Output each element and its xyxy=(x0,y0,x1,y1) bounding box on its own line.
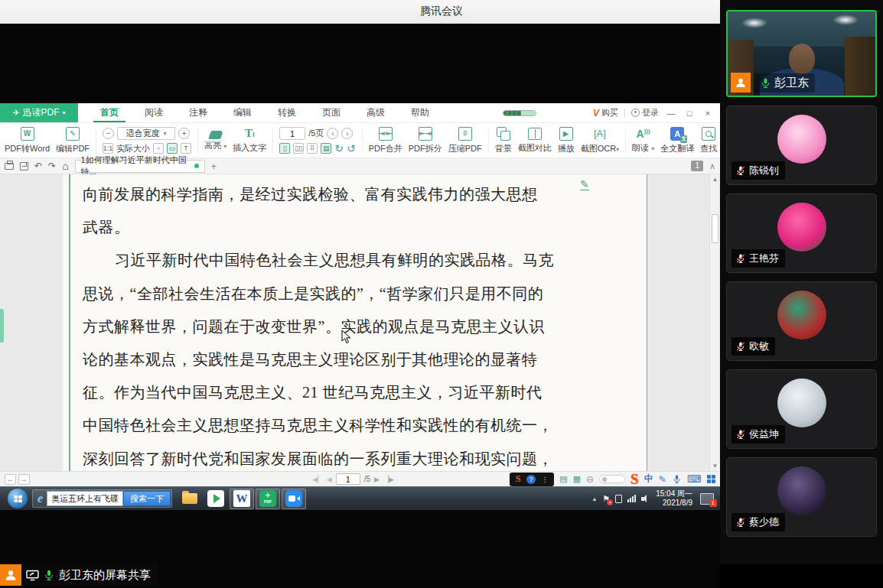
actual-size-label[interactable]: 实际大小 xyxy=(116,143,150,154)
participant-tile-王艳芬[interactable]: 王艳芬 xyxy=(726,193,877,273)
new-tab-button[interactable]: + xyxy=(211,161,217,172)
screenshot-compare-button[interactable]: 截图对比 xyxy=(518,128,552,154)
sogou-mini-widget[interactable]: S ? ⋮ xyxy=(510,473,554,486)
participant-tile-欧敏[interactable]: 欧敏 xyxy=(726,281,877,361)
pdf-compress-button[interactable]: ⇳ 压缩PDF xyxy=(448,127,482,154)
screenshot-ocr-button[interactable]: [A] 截图OCR▾ xyxy=(581,127,619,154)
play-button[interactable]: ▶ 播放 xyxy=(558,127,575,154)
keyboard-icon[interactable]: ⌨ xyxy=(687,473,702,485)
status-page-input[interactable]: 1 xyxy=(336,473,360,485)
book-view-icon[interactable]: ▤ xyxy=(321,143,331,154)
next-page-icon[interactable]: ▶ xyxy=(374,476,380,483)
fit-width-icon[interactable]: ▭ xyxy=(167,143,178,154)
history-back-button[interactable]: ← xyxy=(5,474,16,485)
hidden-icons-button[interactable]: ▲ xyxy=(591,496,597,502)
menu-tab-转换[interactable]: 转换 xyxy=(265,103,309,122)
fit-view-icon[interactable]: ▦ xyxy=(573,474,581,484)
prev-page-icon[interactable]: ◀ xyxy=(327,476,332,483)
menu-tab-编辑[interactable]: 编辑 xyxy=(220,103,265,122)
more-dots-icon[interactable]: ⋮ xyxy=(542,476,549,483)
edit-pdf-button[interactable]: ✎ 编辑PDF xyxy=(56,127,90,154)
participant-tile-陈锐钊[interactable]: 陈锐钊 xyxy=(726,106,877,185)
menu-tab-帮助[interactable]: 帮助 xyxy=(398,103,442,122)
taskbar-word-button[interactable]: W xyxy=(230,489,254,509)
sidebar-handle[interactable] xyxy=(0,309,4,343)
participant-tile-蔡少德[interactable]: 蔡少德 xyxy=(726,457,877,537)
pdf-split-button[interactable]: ⇤⇥ PDF拆分 xyxy=(409,127,442,154)
zoom-slider[interactable] xyxy=(599,475,625,483)
first-page-icon[interactable]: ◀▏ xyxy=(312,476,323,483)
fit-page-icon[interactable]: ▫ xyxy=(153,143,164,154)
taskbar-video-button[interactable] xyxy=(204,489,228,509)
pdf-app-logo[interactable]: ✈ 迅读PDF▾ xyxy=(0,103,78,122)
participant-tile-侯益坤[interactable]: 侯益坤 xyxy=(726,369,877,449)
taskbar-meeting-button[interactable] xyxy=(282,489,306,509)
action-center-flag-icon[interactable]: ⚑× xyxy=(602,494,610,504)
zoom-in-button[interactable]: + xyxy=(178,128,190,139)
history-forward-button[interactable]: → xyxy=(18,474,30,485)
highlight-button[interactable]: 高亮 ▾ xyxy=(204,129,226,151)
rotate-ccw-icon[interactable]: ↺ xyxy=(347,143,356,154)
pdf-restore-button[interactable]: □ xyxy=(683,109,696,118)
redo-icon[interactable]: ↷ xyxy=(48,161,56,171)
undo-icon[interactable]: ↶ xyxy=(34,161,42,171)
home-icon[interactable]: ⌂ xyxy=(62,161,68,171)
insert-text-button[interactable]: TI 插入文字 xyxy=(233,127,266,154)
collapse-toolbar-icon[interactable]: ∧ xyxy=(709,161,715,171)
taskbar-explorer-button[interactable] xyxy=(178,489,202,509)
prev-page-button[interactable]: ‹ xyxy=(327,128,338,139)
scroll-down-icon[interactable]: ▼ xyxy=(710,463,720,469)
participant-tile-彭卫东[interactable]: 彭卫东 xyxy=(726,10,877,97)
menu-tab-首页[interactable]: 首页 xyxy=(87,103,132,122)
text-mode-icon[interactable]: T xyxy=(181,143,191,154)
handwrite-icon[interactable]: ✎ xyxy=(659,474,666,485)
actual-size-icon[interactable]: 1:1 xyxy=(103,143,113,154)
menu-tab-阅读[interactable]: 阅读 xyxy=(132,103,176,122)
document-tab[interactable]: 1如何理解习近平新时代中国特... xyxy=(75,160,205,173)
voice-input-icon[interactable] xyxy=(672,474,682,484)
two-page-view-icon[interactable]: ▯▯ xyxy=(293,143,304,154)
last-page-icon[interactable]: ▕▶ xyxy=(383,476,394,483)
menu-tab-高级[interactable]: 高级 xyxy=(354,103,398,122)
vertical-scrollbar[interactable]: ▲ ▼ xyxy=(709,174,719,471)
pdf-merge-button[interactable]: ⇥⇤ PDF合并 xyxy=(369,127,402,154)
rotate-cw-icon[interactable]: ↻ xyxy=(334,143,344,154)
taskbar-search-button[interactable]: 搜索一下 xyxy=(123,491,171,506)
pdf-minimize-button[interactable]: — xyxy=(665,109,677,118)
pdf-to-word-button[interactable]: W PDF转Word xyxy=(5,127,50,154)
pdf-close-button[interactable]: × xyxy=(702,109,714,118)
network-signal-icon[interactable] xyxy=(627,495,636,502)
clipboard-tray-icon[interactable] xyxy=(615,495,622,503)
zoom-out-button[interactable]: − xyxy=(103,128,114,139)
scrollbar-thumb[interactable] xyxy=(712,214,718,243)
input-lang-indicator[interactable]: 中 xyxy=(644,473,653,486)
sogou-logo-icon[interactable]: S xyxy=(630,471,639,488)
taskbar-pdf-button[interactable]: ✈PDF xyxy=(256,489,280,509)
find-button[interactable]: 查找 xyxy=(700,127,717,154)
save-icon[interactable] xyxy=(20,162,28,171)
sogou-toolbox-icon[interactable] xyxy=(707,475,716,484)
zoom-out-status-icon[interactable]: ⊖ xyxy=(586,474,594,485)
login-button[interactable]: 登录 xyxy=(631,107,659,119)
pdf-document-area[interactable]: 向前发展的科学指南，是经过实践检验、富有实践伟力的强大思想武器。习近平新时代中国… xyxy=(0,174,720,471)
ie-icon[interactable]: e xyxy=(34,492,47,505)
page-number-input[interactable]: 1 xyxy=(279,127,305,140)
help-icon[interactable]: ? xyxy=(526,475,536,484)
taskbar-clock[interactable]: 15:04 周一 2021/8/9 xyxy=(656,489,692,508)
zoom-mode-select[interactable]: 适合宽度▾ xyxy=(117,127,175,140)
menu-tab-注释[interactable]: 注释 xyxy=(176,103,220,122)
grid-view-icon[interactable]: ⠿ xyxy=(307,143,318,154)
annotation-pencil-icon[interactable]: ✎ xyxy=(580,179,589,190)
background-button[interactable]: 背景 xyxy=(495,127,512,154)
translate-button[interactable]: A 全文翻译 xyxy=(660,127,694,154)
volume-icon[interactable] xyxy=(641,495,650,503)
taskbar-search-input[interactable]: 奥运五环上有飞碟 xyxy=(47,491,123,506)
notification-window-icon[interactable]: 1 xyxy=(700,493,714,505)
buy-button[interactable]: V 购买 xyxy=(593,107,618,119)
read-aloud-button[interactable]: A))) 朗读 ▾ xyxy=(632,128,654,154)
print-icon[interactable] xyxy=(5,163,14,170)
start-button[interactable] xyxy=(8,489,28,508)
view-mode-icon[interactable]: ▤ xyxy=(559,474,567,484)
screen-share-indicator[interactable]: 彭卫东的屏幕共享 xyxy=(0,564,158,586)
menu-tab-页面[interactable]: 页面 xyxy=(309,103,354,122)
